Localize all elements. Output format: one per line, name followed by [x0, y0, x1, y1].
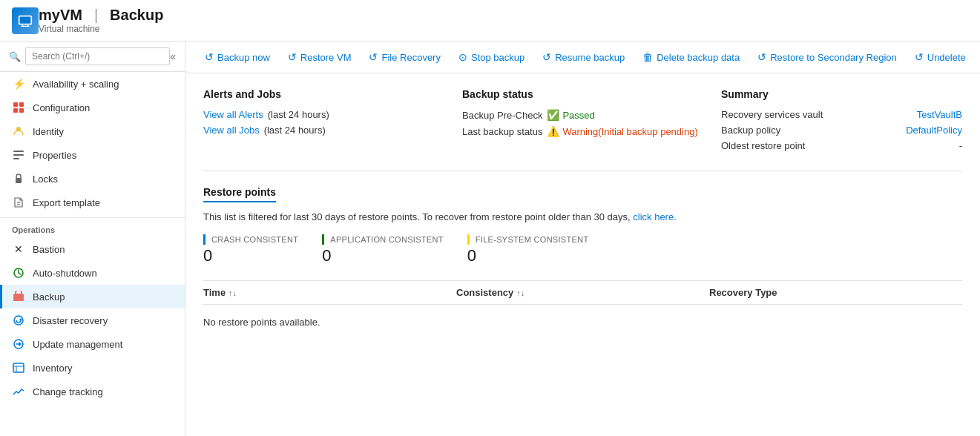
file-recovery-icon: ↺ [369, 51, 378, 63]
sidebar-item-bastion[interactable]: ✕ Bastion [0, 237, 185, 261]
svg-rect-4 [13, 108, 18, 113]
restore-points-section: Restore points This list is filtered for… [203, 186, 962, 340]
auto-shutdown-icon [12, 266, 25, 280]
delete-backup-label: Delete backup data [657, 52, 740, 63]
operations-section-label: Operations [0, 217, 185, 237]
backup-status-title: Backup status [462, 88, 703, 100]
stop-backup-button[interactable]: ⊙ Stop backup [451, 47, 532, 67]
sidebar-item-change-tracking[interactable]: Change tracking [0, 380, 185, 403]
restore-secondary-button[interactable]: ↺ Restore to Secondary Region [750, 47, 904, 67]
restore-click-here-link[interactable]: click here. [633, 211, 677, 222]
sidebar-item-availability[interactable]: ⚡ Availability + scaling [0, 72, 185, 96]
restore-secondary-icon: ↺ [757, 51, 766, 63]
sidebar-item-identity[interactable]: Identity [0, 119, 185, 143]
sidebar-label-auto-shutdown: Auto-shutdown [33, 268, 97, 279]
search-input[interactable] [25, 47, 170, 65]
delete-backup-icon: 🗑 [642, 51, 653, 63]
sidebar-label-identity: Identity [33, 126, 64, 137]
filesystem-bar [467, 234, 470, 245]
bastion-icon: ✕ [12, 242, 25, 256]
stop-backup-icon: ⊙ [458, 51, 467, 63]
view-alerts-row: View all Alerts (last 24 hours) [203, 109, 444, 120]
backup-now-icon: ↺ [205, 51, 214, 63]
view-alerts-link[interactable]: View all Alerts [203, 109, 263, 120]
dashboard-top: Alerts and Jobs View all Alerts (last 24… [203, 88, 962, 171]
header-text: myVM | Backup Virtual machine [39, 7, 163, 34]
stop-backup-label: Stop backup [471, 52, 524, 63]
last-backup-value: Warning(Initial backup pending) [562, 126, 697, 137]
identity-icon [12, 125, 25, 138]
sidebar-item-properties[interactable]: Properties [0, 143, 185, 167]
restore-points-table: Time ↑↓ Consistency ↑↓ Recovery Type No … [203, 280, 962, 340]
last-backup-label: Last backup status [462, 126, 542, 137]
alerts-jobs-title: Alerts and Jobs [203, 88, 444, 100]
sidebar-item-export-template[interactable]: Export template [0, 191, 185, 214]
last-backup-status: ⚠️ Warning(Initial backup pending) [547, 125, 697, 137]
sidebar-label-configuration: Configuration [33, 102, 90, 113]
configuration-icon [12, 101, 25, 114]
sidebar-item-locks[interactable]: Locks [0, 167, 185, 191]
backup-status-section: Backup status Backup Pre-Check ✅ Passed … [462, 88, 703, 156]
oldest-value: - [959, 140, 962, 151]
svg-rect-9 [13, 158, 19, 159]
collapse-button[interactable]: « [170, 50, 176, 62]
consistency-bars: CRASH CONSISTENT 0 APPLICATION CONSISTEN… [203, 234, 962, 265]
delete-backup-button[interactable]: 🗑 Delete backup data [635, 47, 747, 67]
alerts-period: (last 24 hours) [268, 109, 329, 120]
view-jobs-link[interactable]: View all Jobs [203, 125, 260, 136]
alerts-jobs-section: Alerts and Jobs View all Alerts (last 24… [203, 88, 444, 156]
backup-now-button[interactable]: ↺ Backup now [197, 47, 277, 67]
resume-backup-label: Resume backup [555, 52, 625, 63]
app-consistent-label: APPLICATION CONSISTENT [322, 234, 443, 245]
dashboard: Alerts and Jobs View all Alerts (last 24… [185, 73, 980, 354]
oldest-label: Oldest restore point [721, 140, 805, 151]
inventory-icon [12, 361, 25, 374]
app-consistent-count: 0 [322, 246, 443, 265]
pre-check-status: ✅ Passed [547, 109, 594, 121]
sidebar-item-configuration[interactable]: Configuration [0, 96, 185, 119]
restore-info-text: This list is filtered for last 30 days o… [203, 211, 962, 222]
sidebar-item-auto-shutdown[interactable]: Auto-shutdown [0, 261, 185, 285]
crash-consistent-item: CRASH CONSISTENT 0 [203, 234, 298, 265]
time-sort-icon: ↑↓ [228, 288, 237, 297]
file-recovery-label: File Recovery [381, 52, 440, 63]
crash-consistent-count: 0 [203, 246, 298, 265]
restore-secondary-label: Restore to Secondary Region [770, 52, 897, 63]
sidebar-label-change-tracking: Change tracking [33, 386, 103, 397]
restore-info-static: This list is filtered for last 30 days o… [203, 211, 631, 222]
header-divider: | [94, 7, 98, 24]
resume-backup-button[interactable]: ↺ Resume backup [535, 47, 632, 67]
col-recovery-type[interactable]: Recovery Type [709, 287, 962, 298]
view-jobs-row: View all Jobs (last 24 hours) [203, 125, 444, 136]
filesystem-consistent-count: 0 [467, 246, 589, 265]
undelete-icon: ↺ [915, 51, 924, 63]
sidebar-item-update-management[interactable]: Update management [0, 332, 185, 356]
sidebar-label-properties: Properties [33, 150, 76, 161]
crash-consistent-label: CRASH CONSISTENT [203, 234, 298, 245]
policy-value-link[interactable]: DefaultPolicy [906, 125, 962, 136]
sidebar-label-inventory: Inventory [33, 363, 72, 374]
col-consistency[interactable]: Consistency ↑↓ [456, 287, 709, 298]
file-recovery-button[interactable]: ↺ File Recovery [361, 47, 447, 67]
pre-check-row: Backup Pre-Check ✅ Passed [462, 109, 703, 121]
restore-vm-icon: ↺ [288, 51, 297, 63]
vm-icon [12, 7, 39, 34]
restore-vm-button[interactable]: ↺ Restore VM [280, 47, 359, 67]
vault-row: Recovery services vault TestVaultB [721, 109, 962, 120]
page-subtitle: Virtual machine [39, 24, 163, 34]
sidebar-item-inventory[interactable]: Inventory [0, 356, 185, 380]
svg-rect-8 [13, 154, 24, 156]
sidebar-label-update-management: Update management [33, 339, 122, 350]
undelete-button[interactable]: ↺ Undelete [907, 47, 973, 67]
sidebar-item-disaster-recovery[interactable]: Disaster recovery [0, 308, 185, 332]
content-area: ↺ Backup now ↺ Restore VM ↺ File Recover… [185, 42, 980, 436]
restore-vm-label: Restore VM [300, 52, 352, 63]
vault-value-link[interactable]: TestVaultB [917, 109, 962, 120]
sidebar-item-backup[interactable]: Backup [0, 285, 185, 308]
col-time[interactable]: Time ↑↓ [203, 287, 456, 298]
svg-rect-7 [13, 151, 24, 152]
svg-rect-14 [13, 294, 24, 301]
sidebar-label-locks: Locks [33, 174, 58, 185]
vault-label: Recovery services vault [721, 109, 823, 120]
policy-label: Backup policy [721, 125, 780, 136]
